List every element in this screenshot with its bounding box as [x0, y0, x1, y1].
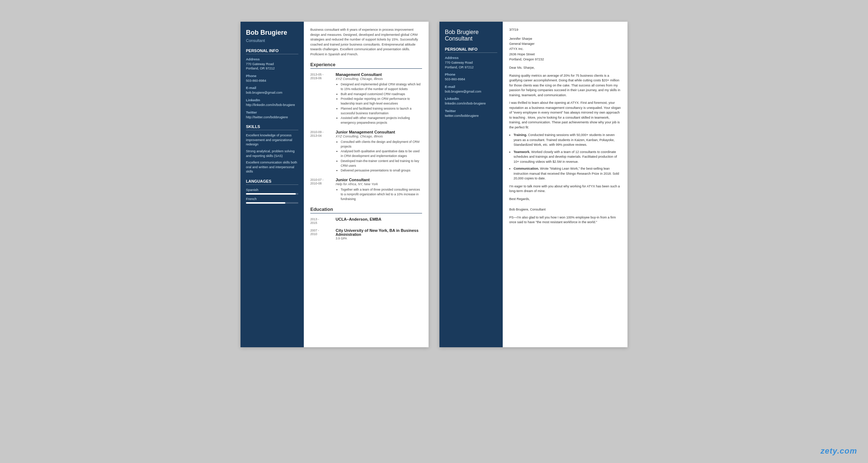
cover-linkedin-label: LinkedIn — [445, 97, 497, 101]
cover-phone-value: 503-860-8984 — [445, 77, 497, 82]
cover-bullet: Training. Conducted training sessions wi… — [514, 133, 621, 148]
cover-paragraph: Raising quality metrics an average of 20… — [509, 73, 621, 98]
skills-list: Excellent knowledge of process improveme… — [246, 133, 298, 174]
resume-summary: Business consultant with 8 years of expe… — [310, 27, 422, 57]
exp-bullets: Consulted with clients the design and de… — [336, 140, 422, 173]
exp-dates: 2010-07 - 2010-08 — [310, 178, 336, 201]
exp-bullet: Analysed both qualitative and quantitati… — [341, 149, 422, 158]
language-name: Spanish — [246, 188, 298, 192]
cover-email-label: E-mail — [445, 85, 497, 89]
exp-bullet: Designed and implemented global CRM stra… — [341, 82, 422, 92]
cover-twitter-value: twitter.com/bobbrugiere — [445, 114, 497, 118]
languages-list: SpanishFrench — [246, 188, 298, 204]
exp-bullets: Together with a team of three provided c… — [336, 187, 422, 201]
language-bar-bg — [246, 193, 298, 195]
exp-bullet: Built and managed customized CRM roadmap… — [341, 92, 422, 97]
cover-bullets-list: Training. Conducted training sessions wi… — [509, 133, 621, 181]
edu-gpa: 3.9 GPA — [336, 237, 422, 240]
cover-address-value: 770 Gateway Road Portland, OR 97212 — [445, 60, 497, 69]
resume-sidebar: Bob Brugiere Consultant Personal Info Ad… — [241, 22, 304, 347]
zety-watermark: zety.com — [821, 446, 857, 456]
edu-school: UCLA–Anderson, EMBA — [336, 217, 422, 221]
cover-paragraphs: Raising quality metrics an average of 20… — [509, 73, 621, 130]
cover-closing: Best Regards, — [509, 197, 621, 202]
cover-bullet: Communication. Wrote "Making Lean Work,"… — [514, 166, 621, 181]
cover-title: Consultant — [445, 35, 497, 42]
exp-content: Junior Management ConsultantXYZ Consulti… — [336, 130, 422, 173]
cover-bullet: Teamwork. Worked closely with a team of … — [514, 150, 621, 165]
phone-label: Phone — [246, 74, 298, 78]
cover-letter-document: Bob Brugiere Consultant Personal Info Ad… — [439, 22, 627, 347]
cover-date: 3/7/19 — [509, 27, 621, 33]
cover-salutation: Dear Ms. Sharpe, — [509, 65, 621, 71]
exp-company: XYZ Consulting, Chicago, Illinois — [336, 135, 422, 138]
cover-main: 3/7/19 Jennifer Sharpe General Manager A… — [503, 22, 627, 347]
edu-dates: 2013 - 2015 — [310, 217, 336, 225]
resume-name: Bob Brugiere — [246, 29, 298, 37]
linkedin-value: http://linkedin.com/in/bob-brugiere — [246, 103, 298, 107]
cover-para-after-bullets: I'm eager to talk more with you about wh… — [509, 184, 621, 194]
education-section-title: Education — [310, 207, 422, 213]
cover-email-value: bob.brugiere@gmail.com — [445, 89, 497, 94]
exp-job-title: Management Consultant — [336, 72, 422, 77]
address-value: 770 Gateway Road Portland, OR 97212 — [246, 62, 298, 71]
exp-bullet: Assisted with other management projects … — [341, 116, 422, 125]
languages-section-title: Languages — [246, 179, 298, 185]
education-item: 2007 - 2010City University of New York, … — [310, 228, 422, 240]
experience-list: 2013-05 - 2019-06Management ConsultantXY… — [310, 72, 422, 201]
skill-item: Excellent communication skills both oral… — [246, 160, 298, 174]
cover-sidebar: Bob Brugiere Consultant Personal Info Ad… — [439, 22, 503, 347]
cover-twitter-label: Twitter — [445, 109, 497, 113]
resume-main: Business consultant with 8 years of expe… — [304, 22, 429, 347]
email-label: E-mail — [246, 86, 298, 90]
edu-degree: Administration — [336, 233, 422, 237]
cover-personal-info-title: Personal Info — [445, 47, 497, 53]
language-name: French — [246, 197, 298, 201]
edu-content: City University of New York, BA in Busin… — [336, 228, 422, 240]
edu-dates: 2007 - 2010 — [310, 228, 336, 240]
exp-dates: 2013-05 - 2019-06 — [310, 72, 336, 126]
email-value: bob.brugiere@gmail.com — [246, 90, 298, 95]
exp-bullet: Developed train-the-trainer content and … — [341, 159, 422, 168]
cover-recipient: Jennifer Sharpe General Manager ATYX Inc… — [509, 36, 621, 62]
exp-job-title: Junior Management Consultant — [336, 130, 422, 134]
experience-item: 2010-07 - 2010-08Junior ConsultantHelp f… — [310, 178, 422, 201]
skill-item: Strong analytical, problem solving and r… — [246, 149, 298, 158]
exp-dates: 2010-09 - 2013-04 — [310, 130, 336, 173]
skill-item: Excellent knowledge of process improveme… — [246, 133, 298, 147]
experience-item: 2010-09 - 2013-04Junior Management Consu… — [310, 130, 422, 173]
education-item: 2013 - 2015UCLA–Anderson, EMBA — [310, 217, 422, 225]
cover-ps: PS—I'm also glad to tell you how I won 1… — [509, 215, 621, 225]
exp-company: XYZ Consulting, Chicago, Illinois — [336, 77, 422, 81]
exp-bullet: Delivered persuasive presentations to sm… — [341, 168, 422, 173]
phone-value: 503-860-8984 — [246, 78, 298, 83]
resume-document: Bob Brugiere Consultant Personal Info Ad… — [241, 22, 429, 347]
twitter-label: Twitter — [246, 110, 298, 114]
exp-bullet: Provided regular reporting on CRM perfor… — [341, 97, 422, 106]
education-list: 2013 - 2015UCLA–Anderson, EMBA2007 - 201… — [310, 217, 422, 240]
edu-content: UCLA–Anderson, EMBA — [336, 217, 422, 225]
exp-bullets: Designed and implemented global CRM stra… — [336, 82, 422, 125]
experience-item: 2013-05 - 2019-06Management ConsultantXY… — [310, 72, 422, 126]
exp-content: Junior ConsultantHelp for Africa, NY, Ne… — [336, 178, 422, 201]
exp-bullet: Consulted with clients the design and de… — [341, 140, 422, 149]
cover-paragraph: I was thrilled to learn about the openin… — [509, 101, 621, 130]
cover-name: Bob Brugiere — [445, 29, 497, 35]
twitter-value: http://twitter.com/bobbrugiere — [246, 115, 298, 120]
linkedin-label: LinkedIn — [246, 98, 298, 102]
exp-bullet: Together with a team of three provided c… — [341, 187, 422, 201]
exp-content: Management ConsultantXYZ Consulting, Chi… — [336, 72, 422, 126]
language-bar-bg — [246, 202, 298, 204]
language-bar-fill — [246, 193, 296, 195]
exp-bullet: Planned and facilitated training session… — [341, 106, 422, 116]
experience-section-title: Experience — [310, 62, 422, 69]
language-bar-fill — [246, 202, 285, 204]
cover-signature: Bob Brugiere, Consultant — [509, 207, 621, 212]
exp-company: Help for Africa, NY, New York — [336, 182, 422, 186]
edu-school: City University of New York, BA in Busin… — [336, 228, 422, 233]
exp-job-title: Junior Consultant — [336, 178, 422, 182]
cover-phone-label: Phone — [445, 72, 497, 76]
cover-address-label: Address — [445, 56, 497, 60]
page-wrapper: Bob Brugiere Consultant Personal Info Ad… — [14, 22, 854, 347]
skills-section-title: Skills — [246, 124, 298, 130]
